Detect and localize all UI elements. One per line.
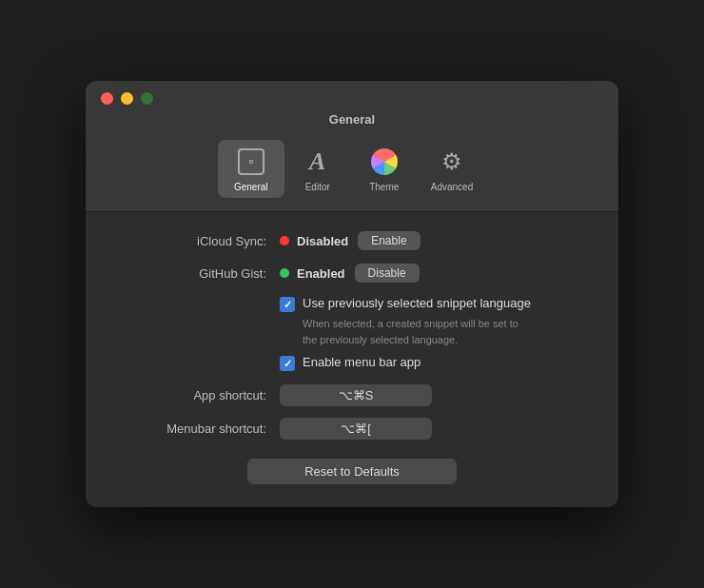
device-icon	[235, 146, 267, 178]
snippet-language-hint: When selected, a created snippet will be…	[303, 316, 580, 347]
icloud-sync-status: Disabled	[297, 234, 348, 248]
tab-theme-label: Theme	[369, 182, 399, 192]
titlebar: General General A Editor T	[86, 81, 618, 212]
traffic-lights	[101, 92, 153, 105]
gear-icon: ⚙	[441, 148, 462, 175]
menubar-shortcut-button[interactable]: ⌥⌘[	[280, 418, 432, 440]
snippet-language-checkbox[interactable]: ✓	[280, 297, 295, 312]
github-gist-row: GitHub Gist: Enabled Disable	[124, 264, 580, 283]
main-window: General General A Editor T	[86, 81, 618, 507]
github-gist-status: Enabled	[297, 266, 345, 281]
general-device-inner	[249, 160, 253, 164]
github-gist-label: GitHub Gist:	[124, 266, 266, 281]
advanced-icon: ⚙	[436, 146, 468, 178]
tab-editor-label: Editor	[305, 182, 330, 192]
content-area: iCloud Sync: Disabled Enable GitHub Gist…	[86, 212, 618, 507]
menu-bar-row: ✓ Enable menu bar app	[280, 355, 580, 371]
snippet-language-label: Use previously selected snippet language	[303, 296, 531, 310]
github-gist-disable-button[interactable]: Disable	[355, 264, 420, 283]
tab-theme[interactable]: Theme	[351, 140, 418, 198]
toolbar: General A Editor Theme ⚙ Advanced	[218, 140, 486, 211]
editor-a-icon: A	[309, 149, 325, 174]
menu-bar-checkbox[interactable]: ✓	[280, 356, 295, 371]
icloud-sync-row: iCloud Sync: Disabled Enable	[124, 231, 580, 250]
reset-defaults-button[interactable]: Reset to Defaults	[247, 459, 457, 484]
maximize-button[interactable]	[141, 92, 153, 105]
menubar-shortcut-label: Menubar shortcut:	[124, 421, 266, 436]
reset-row: Reset to Defaults	[124, 459, 580, 484]
icloud-sync-status-dot	[280, 236, 289, 245]
menu-bar-label: Enable menu bar app	[303, 355, 420, 369]
app-shortcut-button[interactable]: ⌥⌘S	[280, 384, 432, 406]
tab-general-label: General	[234, 182, 268, 192]
menubar-shortcut-row: Menubar shortcut: ⌥⌘[	[124, 418, 580, 440]
tab-editor[interactable]: A Editor	[284, 140, 351, 198]
window-title: General	[329, 112, 375, 127]
app-shortcut-label: App shortcut:	[124, 388, 266, 402]
color-wheel-icon	[371, 148, 398, 175]
minimize-button[interactable]	[121, 92, 133, 105]
tab-general[interactable]: General	[218, 140, 284, 198]
github-gist-status-dot	[280, 268, 289, 278]
theme-icon	[368, 146, 401, 178]
app-shortcut-row: App shortcut: ⌥⌘S	[124, 384, 580, 406]
icloud-sync-enable-button[interactable]: Enable	[358, 231, 420, 250]
tab-advanced-label: Advanced	[431, 182, 473, 192]
editor-icon: A	[302, 146, 334, 178]
icloud-sync-label: iCloud Sync:	[124, 234, 266, 248]
snippet-language-row: ✓ Use previously selected snippet langua…	[280, 296, 580, 312]
checkmark-icon-2: ✓	[284, 359, 292, 369]
checkboxes-section: ✓ Use previously selected snippet langua…	[280, 296, 580, 371]
close-button[interactable]	[101, 92, 113, 105]
tab-advanced[interactable]: ⚙ Advanced	[418, 140, 486, 198]
general-device-icon	[238, 148, 264, 175]
checkmark-icon: ✓	[284, 300, 292, 310]
